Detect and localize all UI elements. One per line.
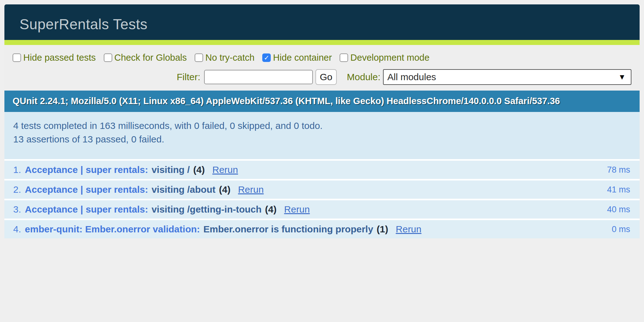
- checkbox-label: Development mode: [350, 53, 429, 63]
- page-title: SuperRentals Tests: [4, 4, 640, 33]
- rerun-link[interactable]: Rerun: [396, 224, 422, 235]
- rerun-link[interactable]: Rerun: [284, 204, 310, 215]
- test-name: visiting /: [152, 164, 190, 175]
- test-runtime: 41 ms: [607, 185, 630, 195]
- test-number: 1.: [13, 164, 21, 175]
- toolbar-checkbox[interactable]: Hide container: [262, 53, 332, 63]
- test-runtime: 0 ms: [612, 225, 630, 234]
- test-runtime: 40 ms: [607, 205, 630, 214]
- summary-line-assertions: 13 assertions of 13 passed, 0 failed.: [13, 132, 631, 146]
- pass-status-banner: [4, 40, 640, 45]
- module-select[interactable]: All modules ▼: [383, 69, 631, 85]
- checkbox-icon[interactable]: [195, 53, 203, 62]
- test-row[interactable]: 4. ember-qunit: Ember.onerror validation…: [4, 220, 640, 238]
- assertion-count: (1): [377, 224, 388, 235]
- checkbox-label: Hide container: [273, 53, 332, 63]
- module-label: Module:: [347, 72, 380, 82]
- test-number: 3.: [13, 204, 21, 215]
- filter-label: Filter:: [177, 72, 200, 82]
- qunit-container: SuperRentals Tests Hide passed tests Che…: [4, 4, 640, 240]
- toolbar-checkbox[interactable]: Check for Globals: [104, 53, 187, 63]
- checkbox-icon[interactable]: [13, 53, 21, 62]
- checkbox-icon[interactable]: [340, 53, 348, 62]
- toolbar-checkbox[interactable]: Development mode: [340, 53, 429, 63]
- test-number: 2.: [13, 184, 21, 195]
- toolbar-checkbox-row: Hide passed tests Check for Globals No t…: [13, 53, 631, 63]
- test-results: 4 tests completed in 163 milliseconds, w…: [4, 112, 640, 238]
- test-row[interactable]: 3. Acceptance | super rentals: visiting …: [4, 200, 640, 219]
- test-number: 4.: [13, 224, 21, 235]
- checkbox-label: Check for Globals: [114, 53, 187, 63]
- test-module-name: Acceptance | super rentals:: [25, 184, 148, 195]
- test-name: visiting /about: [152, 184, 215, 195]
- checkbox-icon[interactable]: [104, 53, 112, 62]
- test-module-name: ember-qunit: Ember.onerror validation:: [25, 224, 200, 235]
- rerun-link[interactable]: Rerun: [212, 164, 238, 175]
- test-module-name: Acceptance | super rentals:: [25, 164, 148, 175]
- checkbox-icon[interactable]: [262, 53, 271, 62]
- assertion-count: (4): [265, 204, 277, 215]
- filter-input[interactable]: [204, 70, 313, 84]
- test-runtime: 78 ms: [607, 165, 630, 175]
- assertion-count: (4): [219, 184, 230, 195]
- test-row[interactable]: 1. Acceptance | super rentals: visiting …: [4, 161, 640, 179]
- test-row[interactable]: 2. Acceptance | super rentals: visiting …: [4, 180, 640, 199]
- assertion-count: (4): [193, 164, 205, 175]
- test-module-name: Acceptance | super rentals:: [25, 204, 148, 215]
- test-name: visiting /getting-in-touch: [152, 204, 262, 215]
- rerun-link[interactable]: Rerun: [238, 184, 264, 195]
- module-selected-value: All modules: [387, 72, 436, 82]
- test-result-summary: 4 tests completed in 163 milliseconds, w…: [4, 112, 640, 159]
- checkbox-label: Hide passed tests: [23, 53, 96, 63]
- toolbar-checkbox[interactable]: Hide passed tests: [13, 53, 96, 63]
- useragent-banner: QUnit 2.24.1; Mozilla/5.0 (X11; Linux x8…: [4, 91, 640, 112]
- summary-line-completed: 4 tests completed in 163 milliseconds, w…: [13, 119, 631, 132]
- page-header: SuperRentals Tests: [4, 4, 640, 40]
- go-button[interactable]: Go: [315, 69, 337, 85]
- toolbar-checkbox[interactable]: No try-catch: [195, 53, 254, 63]
- checkbox-label: No try-catch: [205, 53, 254, 63]
- test-name: Ember.onerror is functioning properly: [203, 224, 373, 235]
- chevron-down-icon: ▼: [618, 73, 626, 81]
- toolbar-filter-row: Filter: Go Module: All modules ▼: [13, 69, 631, 85]
- qunit-toolbar: Hide passed tests Check for Globals No t…: [4, 45, 640, 91]
